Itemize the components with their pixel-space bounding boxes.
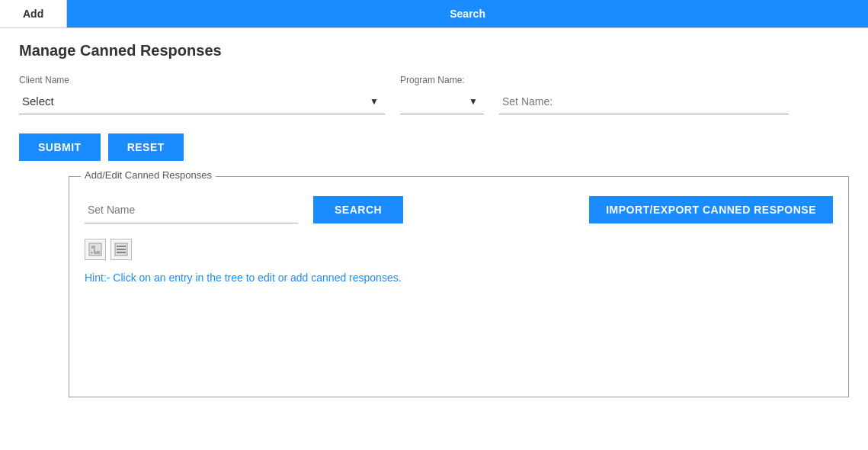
icon-buttons-row: + xyxy=(85,239,833,260)
set-name-field-group xyxy=(499,88,789,114)
client-name-select-wrapper: Select ▼ xyxy=(19,88,385,114)
hint-text: Hint:- Click on an entry in the tree to … xyxy=(85,272,833,284)
client-name-select[interactable]: Select xyxy=(19,88,385,114)
list-tree-icon xyxy=(114,243,128,256)
tab-add[interactable]: Add xyxy=(0,0,67,27)
client-name-field-group: Client Name Select ▼ xyxy=(19,75,385,114)
panel-set-name-input[interactable] xyxy=(85,196,298,223)
program-name-label: Program Name: xyxy=(400,75,484,85)
program-name-select-wrapper: ▼ xyxy=(400,88,484,114)
page-title: Manage Canned Responses xyxy=(0,28,868,67)
panel-top-row: SEARCH IMPORT/EXPORT CANNED RESPONSE xyxy=(85,196,833,223)
svg-rect-1 xyxy=(91,246,95,249)
panel-search-button[interactable]: SEARCH xyxy=(313,196,403,223)
svg-text:+: + xyxy=(90,249,94,256)
list-view-icon-button[interactable] xyxy=(111,239,132,260)
submit-button[interactable]: SUBMIT xyxy=(19,133,101,161)
client-name-label: Client Name xyxy=(19,75,385,85)
import-export-button[interactable]: IMPORT/EXPORT CANNED RESPONSE xyxy=(589,196,833,223)
add-tree-icon: + xyxy=(88,243,102,256)
program-name-field-group: Program Name: ▼ xyxy=(400,75,484,114)
hint-prefix: Hint:- Click on an entry xyxy=(85,272,196,284)
main-container: Add Search Manage Canned Responses Clien… xyxy=(0,0,868,450)
hint-suffix: the tree to edit or add canned responses… xyxy=(203,272,401,284)
reset-button[interactable]: RESET xyxy=(108,133,184,161)
hint-blue-word: in xyxy=(196,272,204,284)
add-edit-panel: Add/Edit Canned Responses SEARCH IMPORT/… xyxy=(69,176,849,397)
program-name-select[interactable] xyxy=(400,88,484,114)
tab-search[interactable]: Search xyxy=(67,0,868,27)
tab-bar: Add Search xyxy=(0,0,868,28)
form-section: Client Name Select ▼ Program Name: ▼ xyxy=(0,67,868,126)
svg-rect-4 xyxy=(96,251,100,254)
add-entry-icon-button[interactable]: + xyxy=(85,239,106,260)
panel-legend: Add/Edit Canned Responses xyxy=(81,169,216,181)
set-name-input[interactable] xyxy=(499,88,789,114)
